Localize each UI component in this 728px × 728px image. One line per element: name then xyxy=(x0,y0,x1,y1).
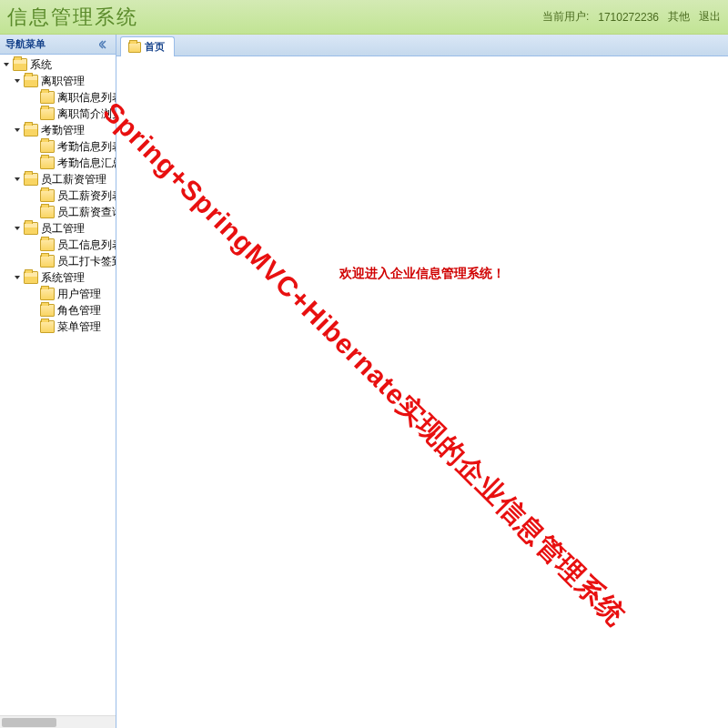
tab-strip: 首页 xyxy=(116,35,728,56)
tree-node-label: 系统管理 xyxy=(41,270,85,286)
main-content: 欢迎进入企业信息管理系统！ xyxy=(116,56,728,728)
tree-node-label: 员工管理 xyxy=(41,221,85,237)
tree-node-11[interactable]: 员工信息列表 xyxy=(0,237,116,253)
folder-icon xyxy=(40,320,55,333)
folder-icon xyxy=(40,206,55,218)
tree-node-0[interactable]: 系统 xyxy=(0,56,116,73)
expand-icon[interactable] xyxy=(29,191,38,200)
collapse-icon[interactable] xyxy=(13,273,22,282)
expand-icon[interactable] xyxy=(29,142,38,151)
folder-icon xyxy=(40,238,55,251)
tree-node-5[interactable]: 考勤信息列表 xyxy=(0,138,116,155)
tree-node-2[interactable]: 离职信息列表 xyxy=(0,89,116,106)
folder-icon xyxy=(40,288,55,300)
main-panel: 首页 欢迎进入企业信息管理系统！ xyxy=(116,35,728,728)
expand-icon[interactable] xyxy=(29,306,38,315)
expand-icon[interactable] xyxy=(29,93,38,102)
sidebar-title: 导航菜单 xyxy=(5,37,46,51)
nav-tree: 系统离职管理离职信息列表离职简介浏览考勤管理考勤信息列表考勤信息汇总员工薪资管理… xyxy=(0,55,116,715)
collapse-icon[interactable] xyxy=(13,126,22,135)
collapse-sidebar-icon[interactable] xyxy=(97,38,110,51)
scrollbar-thumb[interactable] xyxy=(2,718,56,727)
tree-node-3[interactable]: 离职简介浏览 xyxy=(0,106,116,122)
current-user-label: 当前用户: xyxy=(542,9,589,25)
tree-node-label: 考勤管理 xyxy=(41,123,85,138)
tree-node-4[interactable]: 考勤管理 xyxy=(0,122,116,138)
tree-node-9[interactable]: 员工薪资查询 xyxy=(0,204,116,220)
tree-node-10[interactable]: 员工管理 xyxy=(0,220,116,237)
tree-node-label: 用户管理 xyxy=(57,287,101,302)
folder-icon xyxy=(128,42,141,53)
app-header: 信息管理系统 当前用户: 1710272236 其他 退出 xyxy=(0,0,728,35)
folder-icon xyxy=(24,124,38,136)
tree-node-label: 考勤信息列表 xyxy=(57,139,116,155)
tree-node-6[interactable]: 考勤信息汇总 xyxy=(0,155,116,171)
welcome-message: 欢迎进入企业信息管理系统！ xyxy=(339,266,505,282)
current-user-id: 1710272236 xyxy=(598,11,659,24)
logout-link[interactable]: 退出 xyxy=(699,9,721,25)
expand-icon[interactable] xyxy=(29,240,38,249)
tree-node-label: 菜单管理 xyxy=(57,319,101,335)
folder-icon xyxy=(40,157,55,169)
expand-icon[interactable] xyxy=(29,322,38,331)
collapse-icon[interactable] xyxy=(13,224,22,233)
tree-node-label: 考勤信息汇总 xyxy=(57,156,116,171)
other-menu[interactable]: 其他 xyxy=(668,9,690,25)
expand-icon[interactable] xyxy=(29,289,38,298)
expand-icon[interactable] xyxy=(29,207,38,217)
tree-node-label: 员工薪资列表 xyxy=(57,188,116,204)
folder-icon xyxy=(24,222,38,235)
collapse-icon[interactable] xyxy=(13,175,22,184)
folder-icon xyxy=(40,107,55,120)
header-user-area: 当前用户: 1710272236 其他 退出 xyxy=(542,9,721,25)
folder-icon xyxy=(40,91,55,104)
tree-node-label: 员工薪资管理 xyxy=(41,172,106,187)
folder-icon xyxy=(40,304,55,317)
tree-node-label: 离职简介浏览 xyxy=(57,106,116,122)
folder-icon xyxy=(24,75,38,87)
sidebar-scrollbar[interactable] xyxy=(0,715,116,728)
tree-node-label: 系统 xyxy=(30,57,52,73)
main-layout: 导航菜单 系统离职管理离职信息列表离职简介浏览考勤管理考勤信息列表考勤信息汇总员… xyxy=(0,35,728,728)
tree-node-12[interactable]: 员工打卡签到 xyxy=(0,253,116,269)
tab-home[interactable]: 首页 xyxy=(120,36,175,56)
expand-icon[interactable] xyxy=(29,109,38,118)
collapse-icon[interactable] xyxy=(2,60,11,69)
tree-node-14[interactable]: 用户管理 xyxy=(0,286,116,302)
app-title: 信息管理系统 xyxy=(7,4,138,31)
tree-node-label: 员工信息列表 xyxy=(57,238,116,253)
tree-node-8[interactable]: 员工薪资列表 xyxy=(0,187,116,204)
folder-icon xyxy=(40,140,55,153)
tree-node-16[interactable]: 菜单管理 xyxy=(0,318,116,335)
sidebar-header: 导航菜单 xyxy=(0,35,116,55)
folder-icon xyxy=(40,189,55,202)
tree-node-7[interactable]: 员工薪资管理 xyxy=(0,171,116,187)
collapse-icon[interactable] xyxy=(13,76,22,86)
tree-node-label: 离职信息列表 xyxy=(57,90,116,106)
nav-sidebar: 导航菜单 系统离职管理离职信息列表离职简介浏览考勤管理考勤信息列表考勤信息汇总员… xyxy=(0,35,116,728)
tree-node-label: 角色管理 xyxy=(57,303,101,318)
tree-node-15[interactable]: 角色管理 xyxy=(0,302,116,318)
expand-icon[interactable] xyxy=(29,257,38,266)
tree-node-label: 员工打卡签到 xyxy=(57,254,116,269)
folder-icon xyxy=(40,255,55,268)
tree-node-label: 员工薪资查询 xyxy=(57,205,116,220)
expand-icon[interactable] xyxy=(29,158,38,167)
folder-icon xyxy=(24,271,38,284)
tree-node-1[interactable]: 离职管理 xyxy=(0,73,116,89)
tree-node-label: 离职管理 xyxy=(41,74,85,89)
folder-icon xyxy=(13,58,27,71)
tab-label: 首页 xyxy=(145,40,165,54)
tree-node-13[interactable]: 系统管理 xyxy=(0,269,116,286)
folder-icon xyxy=(24,173,38,186)
